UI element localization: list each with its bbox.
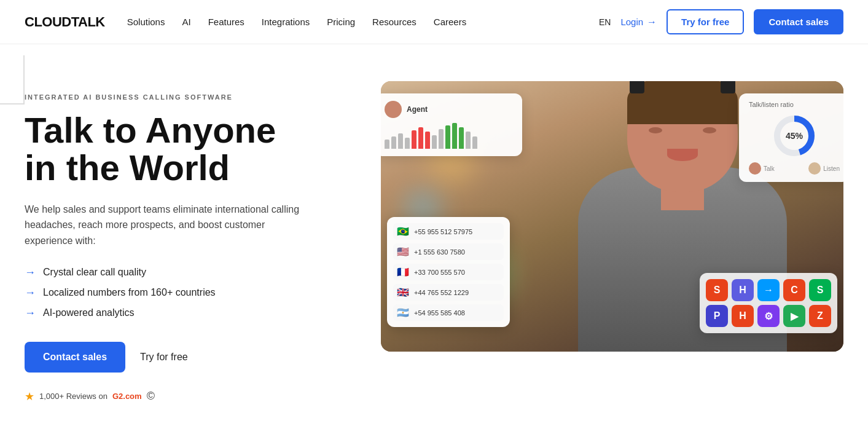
nav-link-ai[interactable]: AI xyxy=(182,17,190,27)
integration-icon-helpscout[interactable]: H xyxy=(732,279,754,301)
ratio-title: Talk/listen ratio xyxy=(749,101,840,108)
star-icon: ★ xyxy=(25,390,34,403)
arrow-icon: → xyxy=(25,266,36,279)
phone-number-row: 🇧🇷 +55 955 512 57975 xyxy=(393,223,504,240)
hero-cta: Contact sales Try for free xyxy=(25,342,344,373)
flag-icon: 🇦🇷 xyxy=(397,307,409,318)
listen-avatar xyxy=(808,162,821,175)
analytics-bar xyxy=(439,129,444,149)
integration-icon-zendesk[interactable]: Z xyxy=(809,305,831,327)
login-arrow-icon: → xyxy=(647,17,657,28)
analytics-bar xyxy=(432,135,437,149)
analytics-bar xyxy=(466,132,471,149)
integration-icon-arrow[interactable]: → xyxy=(757,279,780,301)
nav-links: SolutionsAIFeaturesIntegrationsPricingRe… xyxy=(127,17,466,27)
nav-link-resources[interactable]: Resources xyxy=(372,17,416,27)
hero-image: Agent Talk/listen ratio 45% Tal xyxy=(381,81,843,352)
analytics-bar xyxy=(452,123,457,149)
arrow-icon: → xyxy=(25,286,36,299)
flag-icon: 🇺🇸 xyxy=(397,246,409,258)
phone-number-row: 🇬🇧 +44 765 552 1229 xyxy=(393,284,504,301)
contact-sales-nav-button[interactable]: Contact sales xyxy=(754,9,843,34)
agent-avatar xyxy=(385,101,402,118)
talk-avatar xyxy=(749,162,761,175)
integration-icon-snowflake[interactable]: S xyxy=(706,279,728,301)
headset-left-pad xyxy=(630,81,644,93)
donut-chart: 45% xyxy=(773,114,816,157)
phone-numbers-card: 🇧🇷 +55 955 512 57975 🇺🇸 +1 555 630 7580 … xyxy=(387,217,510,327)
phone-number-text: +55 955 512 57975 xyxy=(414,228,472,235)
integration-icon-gear[interactable]: ⚙ xyxy=(757,305,780,327)
phone-number-row: 🇺🇸 +1 555 630 7580 xyxy=(393,243,504,260)
nav-link-pricing[interactable]: Pricing xyxy=(327,17,355,27)
nav-link-features[interactable]: Features xyxy=(208,17,244,27)
integration-icon-hubspot[interactable]: H xyxy=(732,305,754,327)
integrations-card: SH→CSPH⚙▶Z xyxy=(700,273,837,333)
analytics-bar xyxy=(418,127,423,149)
donut-legend: Talk Listen xyxy=(749,162,840,175)
hero-description: We help sales and support teams eliminat… xyxy=(25,202,307,249)
phone-number-text: +54 955 585 408 xyxy=(414,309,465,317)
analytics-bar xyxy=(398,133,403,149)
hero-eyebrow: INTEGRATED AI BUSINESS CALLING SOFTWARE xyxy=(25,93,344,101)
agent-label: Agent xyxy=(407,105,428,114)
hero-contact-sales-button[interactable]: Contact sales xyxy=(25,342,125,373)
language-selector[interactable]: EN xyxy=(599,17,611,27)
hero-try-free-button[interactable]: Try for free xyxy=(140,352,188,363)
analytics-bar xyxy=(391,136,396,149)
social-proof: ★ 1,000+ Reviews on G2.com © xyxy=(25,390,344,403)
hero-feature-item: →Localized numbers from 160+ countries xyxy=(25,286,344,299)
capterra-icon: © xyxy=(147,390,155,403)
nav-right: EN Login → Try for free Contact sales xyxy=(599,9,843,34)
analytics-bar xyxy=(459,127,464,149)
nav-link-integrations[interactable]: Integrations xyxy=(262,17,310,27)
agent-header: Agent xyxy=(385,101,512,118)
integration-icon-c-app[interactable]: C xyxy=(783,279,805,301)
phone-number-text: +33 700 555 570 xyxy=(414,269,465,276)
navbar: CLOUDTALK SolutionsAIFeaturesIntegration… xyxy=(0,0,868,44)
integration-icon-pipedrive[interactable]: P xyxy=(706,305,728,327)
login-button[interactable]: Login → xyxy=(620,17,657,28)
logo[interactable]: CLOUDTALK xyxy=(25,14,105,30)
integration-icon-salesforce[interactable]: S xyxy=(809,279,831,301)
agent-analytics-card: Agent xyxy=(381,93,522,156)
analytics-bar xyxy=(412,130,416,149)
hero-section: INTEGRATED AI BUSINESS CALLING SOFTWARE … xyxy=(0,44,868,426)
phone-number-text: +44 765 552 1229 xyxy=(414,289,469,296)
analytics-bar xyxy=(445,125,450,149)
headset-right-pad xyxy=(721,81,735,93)
hero-title: Talk to Anyone in the World xyxy=(25,112,344,187)
talk-listen-ratio-card: Talk/listen ratio 45% Talk Liste xyxy=(739,93,843,182)
arrow-icon: → xyxy=(25,307,36,320)
analytics-bars xyxy=(385,124,512,149)
nav-link-careers[interactable]: Careers xyxy=(434,17,466,27)
hero-feature-item: →Crystal clear call quality xyxy=(25,266,344,279)
nav-left: CLOUDTALK SolutionsAIFeaturesIntegration… xyxy=(25,14,466,30)
analytics-bar xyxy=(405,138,410,149)
analytics-bar xyxy=(425,132,430,149)
donut-percent: 45% xyxy=(786,131,803,141)
hero-feature-item: →AI-powered analytics xyxy=(25,307,344,320)
nav-link-solutions[interactable]: Solutions xyxy=(127,17,165,27)
flag-icon: 🇬🇧 xyxy=(397,286,409,298)
phone-number-text: +1 555 630 7580 xyxy=(414,248,465,256)
analytics-bar xyxy=(385,140,389,149)
flag-icon: 🇫🇷 xyxy=(397,266,409,278)
hero-features-list: →Crystal clear call quality→Localized nu… xyxy=(25,266,344,320)
flag-icon: 🇧🇷 xyxy=(397,226,409,237)
g2-link[interactable]: G2.com xyxy=(112,392,142,401)
phone-number-row: 🇫🇷 +33 700 555 570 xyxy=(393,264,504,280)
headset-arc xyxy=(633,81,732,87)
phone-number-row: 🇦🇷 +54 955 585 408 xyxy=(393,304,504,321)
integration-icon-play[interactable]: ▶ xyxy=(783,305,805,327)
analytics-bar xyxy=(472,136,477,149)
hero-image-area: Agent Talk/listen ratio 45% Tal xyxy=(381,81,843,352)
hero-left: INTEGRATED AI BUSINESS CALLING SOFTWARE … xyxy=(25,81,344,403)
try-free-button[interactable]: Try for free xyxy=(667,9,744,34)
